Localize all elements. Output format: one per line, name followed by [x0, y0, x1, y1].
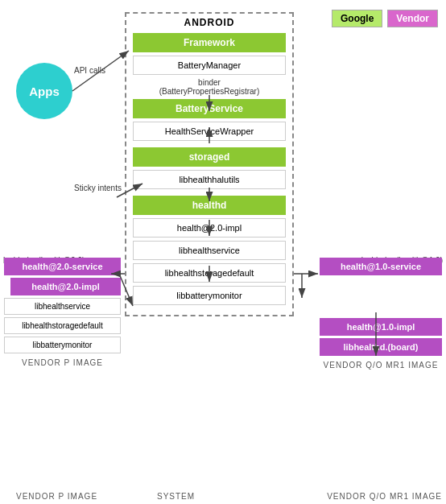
- system-section-label: SYSTEM: [157, 492, 195, 501]
- apps-text: Apps: [29, 85, 60, 98]
- vendor-p-libbatterymonitor-box: libbatterymonitor: [4, 337, 121, 353]
- android-libbatterymonitor-box: libbatterymonitor: [133, 286, 286, 305]
- vendor-q-label: VENDOR Q/O MR1 IMAGE: [320, 361, 442, 370]
- top-labels: Google Vendor: [332, 10, 438, 27]
- vendor-p-libhealthservice-box: libhealthservice: [4, 298, 121, 315]
- framework-box: Framework: [133, 33, 286, 52]
- apps-circle: Apps: [16, 63, 72, 119]
- storaged-box: storaged: [133, 147, 286, 167]
- vendor-p-libhealthstoragedefault-box: libhealthstoragedefault: [4, 317, 121, 334]
- android-health-impl-box: health@2.0-impl: [133, 218, 286, 238]
- vendor-q-section-label: VENDOR Q/O MR1 IMAGE: [327, 492, 442, 501]
- health-service-wrapper-box: HealthServiceWrapper: [133, 122, 286, 141]
- sticky-intents-text: Sticky intents: [74, 184, 122, 192]
- vendor-p-label: VENDOR P IMAGE: [4, 358, 121, 367]
- vendor-label: Vendor: [387, 10, 438, 27]
- android-title: ANDROID: [133, 17, 286, 28]
- libhealthhalutils-box: libhealthhalutils: [133, 170, 286, 189]
- android-libhealthstoragedefault-box: libhealthstoragedefault: [133, 263, 286, 283]
- battery-manager-box: BatteryManager: [133, 56, 286, 75]
- api-calls-annotation: API calls: [74, 66, 105, 75]
- vendor-q-service-box: health@1.0-service: [320, 258, 442, 275]
- battery-service-box: BatteryService: [133, 99, 286, 118]
- vendor-q-impl-box: health@1.0-impl: [320, 318, 442, 336]
- diagram-container: Google Vendor Apps API calls Sticky inte…: [0, 0, 446, 504]
- vendor-q-column: health@1.0-service health@1.0-impl libhe…: [320, 258, 442, 370]
- vendor-p-section-label: VENDOR P IMAGE: [16, 492, 97, 501]
- api-calls-text: API calls: [74, 66, 105, 75]
- google-label: Google: [332, 10, 382, 27]
- vendor-p-column: health@2.0-service health@2.0-impl libhe…: [4, 258, 121, 367]
- vendor-p-service-box: health@2.0-service: [4, 258, 121, 275]
- sticky-intents-annotation: Sticky intents: [74, 184, 122, 192]
- android-column: ANDROID Framework BatteryManager binder(…: [125, 12, 294, 316]
- vendor-p-impl-box: health@2.0-impl: [10, 278, 121, 295]
- vendor-q-libhealthd-box: libhealthd.(board): [320, 338, 442, 356]
- android-libhealthservice-box: libhealthservice: [133, 241, 286, 260]
- healthd-box: healthd: [133, 196, 286, 215]
- binder-label: binder(BatteryPropertiesRegistrar): [133, 78, 286, 96]
